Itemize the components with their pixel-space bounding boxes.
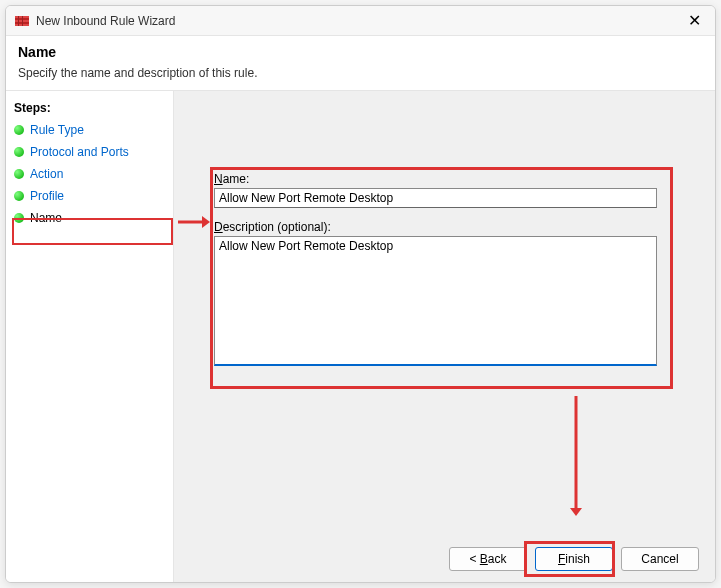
page-subtitle: Specify the name and description of this… [18,66,703,80]
form-area: Name: Description (optional): Allow New … [214,172,669,369]
description-input[interactable]: Allow New Port Remote Desktop [214,236,657,366]
wizard-header: Name Specify the name and description of… [6,36,715,91]
svg-rect-4 [18,16,19,26]
firewall-icon [14,13,30,29]
wizard-body: Steps: Rule Type Protocol and Ports Acti… [6,91,715,583]
wizard-window: New Inbound Rule Wizard ✕ Name Specify t… [5,5,716,583]
bullet-icon [14,213,24,223]
svg-marker-7 [202,216,210,228]
step-profile[interactable]: Profile [6,185,173,207]
close-icon[interactable]: ✕ [682,9,707,32]
steps-header: Steps: [6,97,173,119]
step-action[interactable]: Action [6,163,173,185]
step-label: Name [30,211,62,225]
step-label: Protocol and Ports [30,145,129,159]
name-input[interactable] [214,188,657,208]
titlebar: New Inbound Rule Wizard ✕ [6,6,715,36]
bullet-icon [14,169,24,179]
steps-sidebar: Steps: Rule Type Protocol and Ports Acti… [6,91,174,583]
svg-marker-9 [570,508,582,516]
description-label: Description (optional): [214,220,669,234]
annotation-arrow-right [178,216,210,228]
svg-rect-5 [22,16,23,26]
step-label: Action [30,167,63,181]
annotation-arrow-down [570,396,582,516]
cancel-button[interactable]: Cancel [621,547,699,571]
bullet-icon [14,147,24,157]
step-name[interactable]: Name [6,207,173,229]
button-row: < Back Finish Cancel [449,547,699,571]
step-label: Profile [30,189,64,203]
step-protocol-ports[interactable]: Protocol and Ports [6,141,173,163]
window-title: New Inbound Rule Wizard [36,14,682,28]
step-rule-type[interactable]: Rule Type [6,119,173,141]
main-panel: Name: Description (optional): Allow New … [174,91,715,583]
name-label: Name: [214,172,669,186]
back-button[interactable]: < Back [449,547,527,571]
step-label: Rule Type [30,123,84,137]
page-title: Name [18,44,703,60]
bullet-icon [14,125,24,135]
bullet-icon [14,191,24,201]
finish-button[interactable]: Finish [535,547,613,571]
